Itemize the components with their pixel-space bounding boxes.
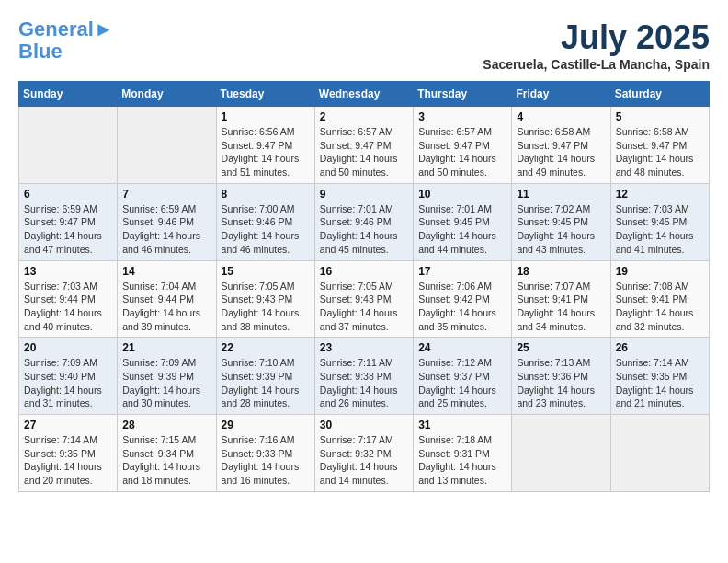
day-info: Sunrise: 7:11 AMSunset: 9:38 PMDaylight:…	[320, 356, 408, 410]
logo-blue: Blue	[18, 40, 63, 63]
calendar-cell: 11Sunrise: 7:02 AMSunset: 9:45 PMDayligh…	[512, 183, 610, 260]
day-info: Sunrise: 7:00 AMSunset: 9:46 PMDaylight:…	[222, 202, 310, 257]
day-info: Sunrise: 7:05 AMSunset: 9:43 PMDaylight:…	[222, 280, 310, 334]
calendar-cell: 30Sunrise: 7:17 AMSunset: 9:32 PMDayligh…	[314, 415, 413, 492]
calendar-cell: 15Sunrise: 7:05 AMSunset: 9:43 PMDayligh…	[216, 260, 314, 338]
day-info: Sunrise: 7:17 AMSunset: 9:32 PMDaylight:…	[320, 433, 408, 488]
week-row-0: 1Sunrise: 6:56 AMSunset: 9:47 PMDaylight…	[19, 107, 710, 184]
calendar-cell: 23Sunrise: 7:11 AMSunset: 9:38 PMDayligh…	[314, 338, 413, 415]
day-number: 21	[122, 341, 210, 354]
header-wednesday: Wednesday	[314, 82, 413, 107]
day-number: 27	[24, 419, 112, 431]
header-thursday: Thursday	[414, 82, 512, 107]
calendar-cell: 18Sunrise: 7:07 AMSunset: 9:41 PMDayligh…	[512, 260, 610, 338]
day-info: Sunrise: 7:14 AMSunset: 9:35 PMDaylight:…	[616, 356, 704, 410]
day-number: 4	[517, 110, 605, 123]
week-row-2: 13Sunrise: 7:03 AMSunset: 9:44 PMDayligh…	[19, 260, 710, 338]
day-number: 25	[517, 341, 605, 354]
location-subtitle: Saceruela, Castille-La Mancha, Spain	[483, 57, 710, 72]
header-row: SundayMondayTuesdayWednesdayThursdayFrid…	[19, 82, 710, 107]
header-saturday: Saturday	[610, 82, 709, 107]
week-row-1: 6Sunrise: 6:59 AMSunset: 9:47 PMDaylight…	[19, 183, 710, 260]
calendar-cell: 10Sunrise: 7:01 AMSunset: 9:45 PMDayligh…	[414, 183, 512, 260]
header-friday: Friday	[512, 82, 610, 107]
day-info: Sunrise: 6:58 AMSunset: 9:47 PMDaylight:…	[517, 125, 605, 179]
calendar-cell	[610, 415, 709, 492]
day-info: Sunrise: 7:09 AMSunset: 9:39 PMDaylight:…	[122, 356, 210, 410]
day-info: Sunrise: 6:59 AMSunset: 9:46 PMDaylight:…	[122, 202, 210, 257]
calendar-cell: 6Sunrise: 6:59 AMSunset: 9:47 PMDaylight…	[19, 183, 118, 260]
calendar-cell: 24Sunrise: 7:12 AMSunset: 9:37 PMDayligh…	[414, 338, 512, 415]
calendar-cell	[19, 107, 118, 184]
day-number: 29	[222, 419, 310, 431]
day-number: 23	[320, 341, 408, 354]
calendar-cell: 5Sunrise: 6:58 AMSunset: 9:47 PMDaylight…	[610, 107, 709, 184]
title-area: July 2025 Saceruela, Castille-La Mancha,…	[483, 18, 710, 72]
page-header: General► Blue July 2025 Saceruela, Casti…	[18, 18, 710, 72]
day-number: 24	[418, 341, 506, 354]
day-number: 12	[616, 188, 704, 201]
calendar-cell: 20Sunrise: 7:09 AMSunset: 9:40 PMDayligh…	[19, 338, 118, 415]
day-number: 15	[222, 265, 310, 278]
day-number: 18	[517, 265, 605, 278]
calendar-cell: 26Sunrise: 7:14 AMSunset: 9:35 PMDayligh…	[610, 338, 709, 415]
calendar-cell: 21Sunrise: 7:09 AMSunset: 9:39 PMDayligh…	[118, 338, 216, 415]
logo: General► Blue	[18, 18, 114, 63]
header-monday: Monday	[118, 82, 216, 107]
day-number: 13	[24, 265, 112, 278]
calendar-cell: 12Sunrise: 7:03 AMSunset: 9:45 PMDayligh…	[610, 183, 709, 260]
header-sunday: Sunday	[19, 82, 118, 107]
day-number: 19	[616, 265, 704, 278]
day-number: 28	[122, 419, 210, 431]
day-number: 11	[517, 188, 605, 201]
day-info: Sunrise: 7:04 AMSunset: 9:44 PMDaylight:…	[122, 280, 210, 334]
day-info: Sunrise: 7:03 AMSunset: 9:45 PMDaylight:…	[616, 202, 704, 257]
day-info: Sunrise: 7:12 AMSunset: 9:37 PMDaylight:…	[418, 356, 506, 410]
calendar-table: SundayMondayTuesdayWednesdayThursdayFrid…	[18, 81, 710, 492]
day-info: Sunrise: 7:13 AMSunset: 9:36 PMDaylight:…	[517, 356, 605, 410]
calendar-cell: 16Sunrise: 7:05 AMSunset: 9:43 PMDayligh…	[314, 260, 413, 338]
calendar-cell	[118, 107, 216, 184]
day-info: Sunrise: 7:01 AMSunset: 9:45 PMDaylight:…	[418, 202, 506, 257]
calendar-cell: 13Sunrise: 7:03 AMSunset: 9:44 PMDayligh…	[19, 260, 118, 338]
day-info: Sunrise: 7:15 AMSunset: 9:34 PMDaylight:…	[122, 433, 210, 488]
day-info: Sunrise: 7:05 AMSunset: 9:43 PMDaylight:…	[320, 280, 408, 334]
header-tuesday: Tuesday	[216, 82, 314, 107]
day-info: Sunrise: 7:02 AMSunset: 9:45 PMDaylight:…	[517, 202, 605, 257]
day-number: 22	[222, 341, 310, 354]
day-number: 2	[320, 110, 408, 123]
day-info: Sunrise: 7:03 AMSunset: 9:44 PMDaylight:…	[24, 280, 112, 334]
calendar-cell: 22Sunrise: 7:10 AMSunset: 9:39 PMDayligh…	[216, 338, 314, 415]
calendar-cell: 28Sunrise: 7:15 AMSunset: 9:34 PMDayligh…	[118, 415, 216, 492]
calendar-cell: 1Sunrise: 6:56 AMSunset: 9:47 PMDaylight…	[216, 107, 314, 184]
day-number: 9	[320, 188, 408, 201]
day-number: 26	[616, 341, 704, 354]
day-info: Sunrise: 6:58 AMSunset: 9:47 PMDaylight:…	[616, 125, 704, 179]
calendar-cell: 27Sunrise: 7:14 AMSunset: 9:35 PMDayligh…	[19, 415, 118, 492]
day-info: Sunrise: 6:57 AMSunset: 9:47 PMDaylight:…	[418, 125, 506, 179]
day-info: Sunrise: 7:07 AMSunset: 9:41 PMDaylight:…	[517, 280, 605, 334]
day-number: 1	[222, 110, 310, 123]
calendar-cell: 25Sunrise: 7:13 AMSunset: 9:36 PMDayligh…	[512, 338, 610, 415]
day-number: 17	[418, 265, 506, 278]
day-info: Sunrise: 7:09 AMSunset: 9:40 PMDaylight:…	[24, 356, 112, 410]
day-info: Sunrise: 7:14 AMSunset: 9:35 PMDaylight:…	[24, 433, 112, 488]
day-number: 7	[122, 188, 210, 201]
month-title: July 2025	[483, 18, 710, 57]
day-number: 10	[418, 188, 506, 201]
day-number: 31	[418, 419, 506, 431]
calendar-cell	[512, 415, 610, 492]
day-info: Sunrise: 7:16 AMSunset: 9:33 PMDaylight:…	[222, 433, 310, 488]
day-info: Sunrise: 7:01 AMSunset: 9:46 PMDaylight:…	[320, 202, 408, 257]
calendar-cell: 19Sunrise: 7:08 AMSunset: 9:41 PMDayligh…	[610, 260, 709, 338]
calendar-cell: 17Sunrise: 7:06 AMSunset: 9:42 PMDayligh…	[414, 260, 512, 338]
day-info: Sunrise: 7:10 AMSunset: 9:39 PMDaylight:…	[222, 356, 310, 410]
day-info: Sunrise: 6:56 AMSunset: 9:47 PMDaylight:…	[222, 125, 310, 179]
day-number: 3	[418, 110, 506, 123]
calendar-cell: 29Sunrise: 7:16 AMSunset: 9:33 PMDayligh…	[216, 415, 314, 492]
calendar-cell: 8Sunrise: 7:00 AMSunset: 9:46 PMDaylight…	[216, 183, 314, 260]
week-row-3: 20Sunrise: 7:09 AMSunset: 9:40 PMDayligh…	[19, 338, 710, 415]
calendar-cell: 3Sunrise: 6:57 AMSunset: 9:47 PMDaylight…	[414, 107, 512, 184]
calendar-cell: 4Sunrise: 6:58 AMSunset: 9:47 PMDaylight…	[512, 107, 610, 184]
calendar-cell: 14Sunrise: 7:04 AMSunset: 9:44 PMDayligh…	[118, 260, 216, 338]
